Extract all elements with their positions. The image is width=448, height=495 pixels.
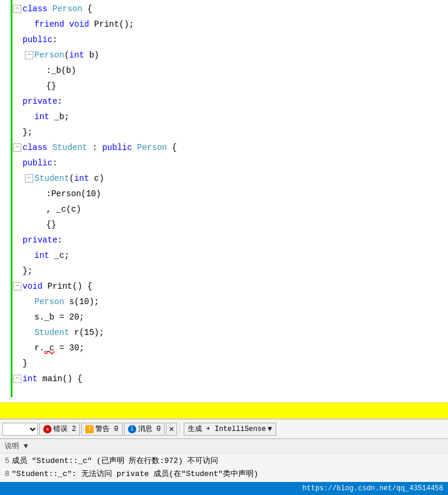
collapse-button[interactable]: − [13, 143, 21, 152]
code-line: −class Student : public Person { [13, 140, 448, 155]
code-line: Person s(10); [13, 294, 448, 309]
error-icon: ✕ [43, 425, 52, 433]
clear-button[interactable]: ✕ [166, 423, 177, 436]
output-header-label: 说明 [5, 441, 19, 451]
code-line: r._c = 30; [13, 340, 448, 356]
class-name-person: Person [52, 1, 82, 17]
code-line: friend void Print(); [13, 17, 448, 32]
warning-label: 警告 0 [95, 424, 118, 434]
warning-button[interactable]: ! 警告 0 [81, 423, 122, 436]
warning-icon: ! [85, 425, 94, 433]
line-number: 8 [5, 468, 9, 481]
code-lines: −class Person { friend void Print(); pub… [0, 0, 448, 388]
code-line: } [13, 356, 448, 371]
collapse-button[interactable]: − [13, 282, 21, 290]
squiggle-error: _c [44, 340, 55, 356]
build-label: 生成 + IntelliSense [188, 424, 266, 434]
info-icon: i [128, 425, 136, 433]
dropdown-arrow-small-icon: ▼ [24, 442, 28, 451]
output-line-text: 成员 "Student::_c" (已声明 所在行数:972) 不可访问 [12, 455, 218, 468]
code-line: int _b; [13, 109, 448, 124]
code-line: −Person(int b) [13, 47, 448, 63]
code-line: Student r(15); [13, 325, 448, 340]
collapse-button[interactable]: − [25, 174, 33, 183]
output-line-text: "Student::_c": 无法访问 private 成员(在"Student… [12, 468, 258, 481]
info-button[interactable]: i 消息 0 [124, 423, 165, 436]
collapse-button[interactable]: − [13, 375, 21, 383]
code-line: private: [13, 232, 448, 248]
code-editor: −class Person { friend void Print(); pub… [0, 0, 448, 403]
keyword-class: class [23, 1, 52, 17]
filter-dropdown[interactable] [2, 423, 38, 436]
bottom-toolbar: ✕ 错误 2 ! 警告 0 i 消息 0 ✕ 生成 + IntelliSense… [0, 419, 448, 438]
output-line-1: 5 成员 "Student::_c" (已声明 所在行数:972) 不可访问 [0, 455, 448, 468]
code-line: private: [13, 94, 448, 109]
clear-icon: ✕ [169, 424, 174, 434]
build-intellisense-button[interactable]: 生成 + IntelliSense ▼ [184, 423, 276, 436]
status-bar: https://blog.csdn.net/qq_43514458 [0, 482, 448, 495]
green-margin-line [11, 0, 12, 397]
output-lines: 5 成员 "Student::_c" (已声明 所在行数:972) 不可访问 8… [0, 454, 448, 482]
code-line: , _c(c) [13, 202, 448, 217]
info-label: 消息 0 [138, 424, 161, 434]
toolbar-separator [180, 423, 180, 435]
code-line: public: [13, 155, 448, 171]
code-line: :Person(10) [13, 186, 448, 202]
code-line: public: [13, 32, 448, 47]
code-line: int _c; [13, 248, 448, 263]
code-line: :_b(b) [13, 63, 448, 78]
output-header: 说明 ▼ [0, 439, 448, 454]
code-line: −class Person { [13, 1, 448, 17]
output-line-2: 8 "Student::_c": 无法访问 private 成员(在"Stude… [0, 468, 448, 481]
line-number: 5 [5, 455, 9, 468]
code-line: }; [13, 263, 448, 279]
code-line: }; [13, 124, 448, 140]
yellow-separator-bar [0, 403, 448, 419]
code-line: {} [13, 78, 448, 94]
code-content: −class Person { friend void Print(); pub… [0, 0, 448, 403]
code-line: −void Print() { [13, 279, 448, 294]
code-line: s._b = 20; [13, 309, 448, 325]
output-panel: 说明 ▼ 5 成员 "Student::_c" (已声明 所在行数:972) 不… [0, 438, 448, 482]
dropdown-arrow-icon: ▼ [268, 425, 272, 433]
status-url[interactable]: https://blog.csdn.net/qq_43514458 [302, 484, 443, 493]
error-label: 错误 2 [53, 424, 76, 434]
collapse-button[interactable]: − [13, 5, 21, 13]
code-line: −int main() { [13, 371, 448, 387]
code-line: −Student(int c) [13, 171, 448, 186]
code-line: {} [13, 217, 448, 232]
error-button[interactable]: ✕ 错误 2 [39, 423, 80, 436]
collapse-button[interactable]: − [25, 51, 33, 59]
